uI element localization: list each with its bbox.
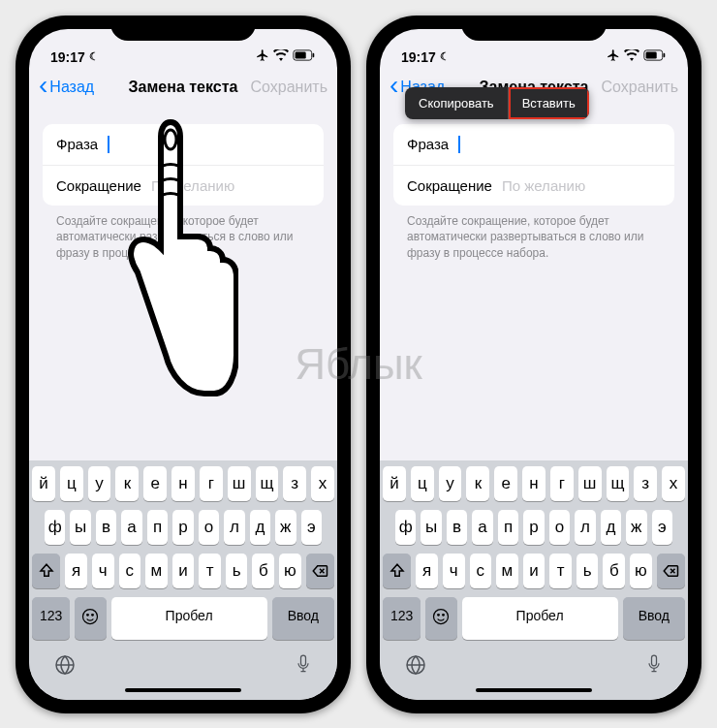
key-я[interactable]: я xyxy=(416,554,438,588)
key-а[interactable]: а xyxy=(121,510,141,545)
key-у[interactable]: у xyxy=(439,466,462,501)
key-х[interactable]: х xyxy=(662,466,685,501)
key-т[interactable]: т xyxy=(199,554,221,588)
key-ф[interactable]: ф xyxy=(45,510,65,545)
shortcut-row[interactable]: Сокращение xyxy=(43,165,324,206)
key-ш[interactable]: ш xyxy=(228,466,251,501)
text-cursor xyxy=(458,136,460,153)
key-с[interactable]: с xyxy=(119,554,141,588)
key-н[interactable]: н xyxy=(522,466,546,501)
key-о[interactable]: о xyxy=(199,510,219,545)
key-б[interactable]: б xyxy=(252,554,274,588)
svg-rect-16 xyxy=(652,655,657,666)
backspace-key[interactable] xyxy=(657,554,685,588)
key-р[interactable]: р xyxy=(523,510,544,545)
enter-key[interactable]: Ввод xyxy=(623,597,685,640)
key-з[interactable]: з xyxy=(283,466,306,501)
copy-menu-item[interactable]: Скопировать xyxy=(405,87,508,119)
numbers-key[interactable]: 123 xyxy=(32,597,70,640)
key-к[interactable]: к xyxy=(115,466,139,501)
phrase-row[interactable]: Фраза xyxy=(393,124,674,165)
key-й[interactable]: й xyxy=(32,466,55,501)
key-р[interactable]: р xyxy=(172,510,193,545)
paste-menu-item[interactable]: Вставить xyxy=(508,87,589,119)
shortcut-input[interactable] xyxy=(151,177,324,194)
enter-key[interactable]: Ввод xyxy=(272,597,334,640)
key-в[interactable]: в xyxy=(96,510,116,545)
phrase-input[interactable] xyxy=(119,136,310,152)
key-ж[interactable]: ж xyxy=(626,510,646,545)
key-д[interactable]: д xyxy=(601,510,621,545)
key-л[interactable]: л xyxy=(575,510,595,545)
key-э[interactable]: э xyxy=(301,510,322,545)
shortcut-input[interactable] xyxy=(502,177,686,194)
key-ь[interactable]: ь xyxy=(226,554,248,588)
phrase-input[interactable] xyxy=(470,136,661,152)
key-ч[interactable]: ч xyxy=(92,554,114,588)
emoji-key[interactable] xyxy=(425,597,456,640)
shift-key[interactable] xyxy=(383,554,411,588)
back-button[interactable]: Назад xyxy=(39,79,94,96)
mic-key[interactable] xyxy=(644,653,664,681)
key-щ[interactable]: щ xyxy=(256,466,279,501)
backspace-key[interactable] xyxy=(306,554,334,588)
key-а[interactable]: а xyxy=(472,510,492,545)
globe-key[interactable] xyxy=(53,653,77,681)
save-button[interactable]: Сохранить xyxy=(601,79,678,96)
key-ю[interactable]: ю xyxy=(279,554,301,588)
key-и[interactable]: и xyxy=(172,554,195,588)
key-и[interactable]: и xyxy=(523,554,546,588)
phrase-row[interactable]: Фраза xyxy=(43,124,324,165)
key-у[interactable]: у xyxy=(88,466,111,501)
key-с[interactable]: с xyxy=(470,554,492,588)
key-б[interactable]: б xyxy=(603,554,625,588)
emoji-key[interactable] xyxy=(75,597,106,640)
save-button[interactable]: Сохранить xyxy=(250,79,327,96)
space-key[interactable]: Пробел xyxy=(462,597,618,640)
key-з[interactable]: з xyxy=(634,466,657,501)
nav-bar: Назад Замена текста Сохранить xyxy=(29,68,337,107)
key-д[interactable]: д xyxy=(250,510,270,545)
key-л[interactable]: л xyxy=(224,510,244,545)
shortcut-label: Сокращение xyxy=(56,177,141,194)
key-о[interactable]: о xyxy=(549,510,570,545)
key-щ[interactable]: щ xyxy=(607,466,630,501)
key-м[interactable]: м xyxy=(145,554,168,588)
shortcut-row[interactable]: Сокращение xyxy=(393,165,674,206)
mic-key[interactable] xyxy=(294,653,313,681)
battery-icon xyxy=(643,48,667,64)
key-ц[interactable]: ц xyxy=(411,466,434,501)
key-ы[interactable]: ы xyxy=(421,510,441,545)
shortcut-label: Сокращение xyxy=(407,177,492,194)
key-ж[interactable]: ж xyxy=(275,510,296,545)
key-п[interactable]: п xyxy=(147,510,168,545)
key-я[interactable]: я xyxy=(65,554,87,588)
key-м[interactable]: м xyxy=(496,554,518,588)
key-row-3: ячсмитьбю xyxy=(32,554,334,588)
shift-key[interactable] xyxy=(32,554,60,588)
key-г[interactable]: г xyxy=(550,466,574,501)
key-х[interactable]: х xyxy=(311,466,334,501)
key-ш[interactable]: ш xyxy=(578,466,602,501)
wifi-icon xyxy=(624,48,639,64)
key-ь[interactable]: ь xyxy=(577,554,599,588)
key-е[interactable]: е xyxy=(143,466,167,501)
globe-key[interactable] xyxy=(404,653,427,681)
key-ч[interactable]: ч xyxy=(443,554,465,588)
key-т[interactable]: т xyxy=(549,554,572,588)
key-п[interactable]: п xyxy=(498,510,518,545)
key-г[interactable]: г xyxy=(200,466,223,501)
space-key[interactable]: Пробел xyxy=(111,597,267,640)
airplane-icon xyxy=(607,48,620,65)
key-ы[interactable]: ы xyxy=(70,510,90,545)
key-к[interactable]: к xyxy=(466,466,489,501)
key-ц[interactable]: ц xyxy=(60,466,83,501)
key-й[interactable]: й xyxy=(383,466,406,501)
key-ю[interactable]: ю xyxy=(630,554,652,588)
key-в[interactable]: в xyxy=(447,510,467,545)
key-н[interactable]: н xyxy=(171,466,195,501)
key-э[interactable]: э xyxy=(652,510,672,545)
key-ф[interactable]: ф xyxy=(395,510,416,545)
numbers-key[interactable]: 123 xyxy=(383,597,421,640)
key-е[interactable]: е xyxy=(494,466,517,501)
